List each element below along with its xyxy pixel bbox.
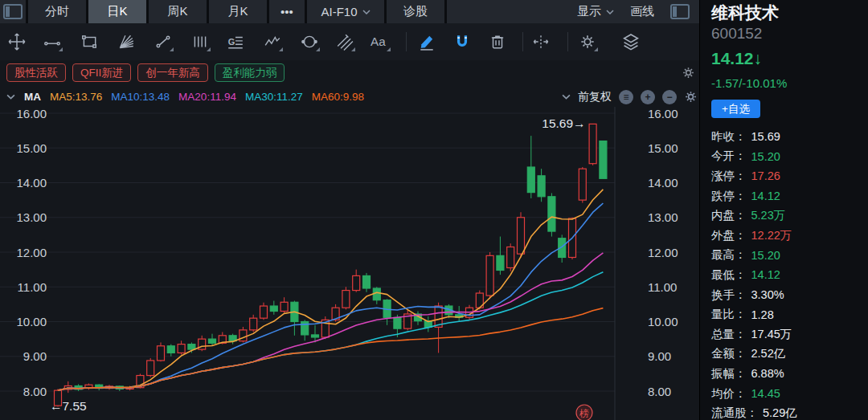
tag-one-year-high[interactable]: 创一年新高 — [137, 63, 208, 82]
tab-label: 月K — [227, 4, 248, 19]
tab-diagnose[interactable]: 诊股 — [387, 0, 444, 23]
svg-text:10.00: 10.00 — [16, 315, 47, 328]
panel-toggle-icon — [3, 4, 23, 19]
svg-text:15.00: 15.00 — [648, 141, 678, 155]
pitchfork-tool-icon[interactable] — [334, 31, 355, 52]
quote-row: 金额：2.52亿 — [711, 345, 863, 365]
quote-row-value: 15.69 — [751, 130, 780, 143]
chevron-down-icon[interactable] — [562, 94, 571, 100]
quote-row-value: 17.45万 — [751, 327, 792, 342]
ma-legend-item: MA5:13.76 — [50, 91, 102, 103]
settings-gear-icon[interactable] — [577, 31, 598, 52]
wave-tool-icon[interactable] — [262, 31, 283, 52]
quote-row: 昨收：15.69 — [711, 127, 863, 147]
svg-text:8.00: 8.00 — [23, 385, 47, 398]
ma-legend-row: MA MA5:13.76MA10:13.48MA20:11.94MA30:11.… — [6, 87, 364, 107]
tab-ai-f10[interactable]: AI-F10 — [307, 0, 384, 23]
segment-tool-icon[interactable] — [153, 31, 174, 52]
quote-row-label: 最高： — [711, 247, 747, 263]
rectangle-tool-icon[interactable] — [79, 31, 100, 52]
trend-line-icon[interactable] — [42, 31, 63, 52]
layout-toggle-left-button[interactable] — [0, 0, 26, 23]
horizontal-spread-icon[interactable] — [530, 31, 551, 52]
quote-row-value: 14.45 — [751, 387, 780, 400]
display-menu-button[interactable]: 显示 — [577, 4, 614, 19]
svg-text:11.00: 11.00 — [648, 280, 677, 294]
quote-row: 内盘：5.23万 — [711, 206, 863, 226]
svg-text:13.00: 13.00 — [648, 210, 678, 224]
chevron-down-icon[interactable] — [6, 94, 15, 100]
kline-chart[interactable]: 16.0016.0015.0015.0014.0014.0013.0013.00… — [0, 107, 699, 420]
quote-row-label: 金额： — [711, 346, 747, 361]
zoom-out-button[interactable]: − — [662, 90, 677, 104]
quote-row-value: 14.12 — [751, 190, 780, 202]
quote-row: 最高：15.20 — [711, 246, 863, 266]
ellipse-tool-icon[interactable] — [299, 31, 320, 52]
gann-fan-icon[interactable] — [116, 31, 137, 52]
display-menu-label: 显示 — [577, 4, 601, 19]
tab-label: ••• — [280, 5, 293, 18]
tab-monthly[interactable]: 月K — [209, 0, 267, 23]
svg-text:16.00: 16.00 — [16, 107, 47, 120]
vertical-lines-icon[interactable] — [190, 31, 211, 52]
quote-row-label: 今开： — [711, 149, 747, 164]
quote-row: 量比：1.28 — [711, 304, 863, 324]
tab-minute[interactable]: 分时 — [28, 0, 86, 23]
adjust-mode-label[interactable]: 前复权 — [578, 90, 612, 104]
tags-gear-icon[interactable] — [682, 66, 695, 83]
quote-row-label: 最低： — [711, 267, 747, 283]
tab-label: AI-F10 — [321, 5, 357, 18]
stock-tags-row: 股性活跃QFII新进创一年新高盈利能力弱 — [6, 63, 285, 82]
layout-toggle-right-button[interactable] — [670, 4, 690, 19]
add-watchlist-button[interactable]: +自选 — [711, 100, 760, 118]
ma-legend-item: MA30:11.27 — [245, 91, 303, 103]
quote-row-value: 2.52亿 — [751, 346, 786, 361]
tab-label: 日K — [107, 4, 127, 19]
tab-label: 诊股 — [403, 4, 428, 19]
quote-row-value: 1.28 — [751, 308, 774, 321]
quote-panel: 维科技术 600152 14.12↓ -1.57/-10.01% +自选 昨收：… — [699, 0, 868, 420]
quote-row-label: 均价： — [711, 386, 747, 402]
chart-collapse-button[interactable]: ≡ — [619, 90, 633, 104]
drawing-toolbar: G Aa — [0, 23, 699, 60]
draw-line-button[interactable]: 画线 — [630, 4, 654, 19]
gann-grid-icon[interactable]: G — [225, 31, 246, 52]
svg-text:12.00: 12.00 — [16, 246, 47, 259]
toolbar-divider — [567, 32, 568, 51]
quote-row: 振幅：6.88% — [711, 364, 863, 384]
quote-row-label: 外盘： — [711, 228, 747, 243]
indicator-name: MA — [24, 91, 41, 103]
zoom-in-button[interactable]: + — [641, 90, 655, 104]
ma-legend-item: MA10:13.48 — [111, 91, 170, 103]
ma-legend-item: MA20:11.94 — [178, 91, 236, 103]
svg-text:15.69→: 15.69→ — [542, 116, 585, 130]
chart-settings-gear-icon[interactable] — [684, 90, 698, 104]
magnet-icon[interactable] — [452, 31, 473, 52]
svg-text:12.00: 12.00 — [648, 246, 678, 259]
tag-active-stock[interactable]: 股性活跃 — [6, 63, 66, 82]
tab-weekly[interactable]: 周K — [149, 0, 207, 23]
text-tool-icon[interactable]: Aa — [370, 31, 391, 52]
rank-badge: 榜 — [576, 405, 592, 420]
tag-qfii-new[interactable]: QFII新进 — [72, 63, 131, 82]
period-tabbar: 分时日K周K月K•••AI-F10诊股 显示 画线 — [0, 0, 699, 23]
trash-icon[interactable] — [487, 31, 508, 52]
tab-daily[interactable]: 日K — [88, 0, 146, 23]
chevron-down-icon — [362, 10, 371, 14]
svg-text:14.00: 14.00 — [16, 176, 47, 190]
quote-row-value: 3.30% — [751, 288, 784, 301]
tabbar-right-section: 显示 画线 — [447, 0, 699, 23]
chevron-down-icon — [606, 10, 614, 14]
layers-icon[interactable] — [620, 31, 641, 52]
move-icon[interactable] — [6, 31, 27, 52]
quote-row-label: 跌停： — [711, 189, 747, 204]
annotations: 15.69→←7.55 — [50, 116, 586, 413]
svg-text:16.00: 16.00 — [648, 107, 678, 120]
svg-text:10.00: 10.00 — [648, 315, 678, 328]
down-arrow-icon: ↓ — [754, 49, 763, 67]
pencil-tool-icon[interactable] — [416, 31, 437, 52]
tab-more[interactable]: ••• — [269, 0, 305, 23]
svg-text:G: G — [228, 37, 235, 47]
tag-weak-profit[interactable]: 盈利能力弱 — [215, 63, 285, 82]
quote-row-label: 振幅： — [711, 366, 747, 381]
